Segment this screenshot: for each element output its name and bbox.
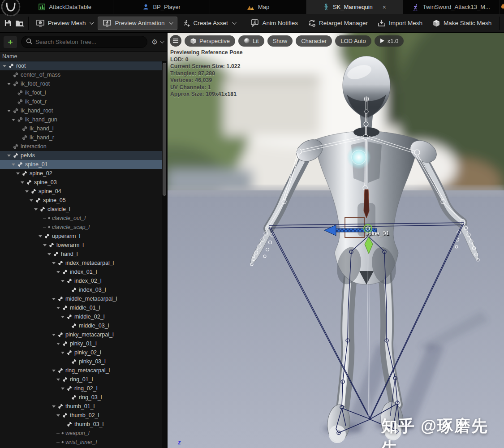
- show-button[interactable]: Show: [267, 35, 293, 47]
- expand-arrow-icon[interactable]: [56, 379, 61, 381]
- expand-arrow-icon[interactable]: [24, 190, 30, 193]
- tree-row-hand-l[interactable]: hand_l: [0, 250, 162, 258]
- tree-row-ring-metacarpal-l[interactable]: ring_metacarpal_l: [0, 366, 162, 375]
- perspective-button[interactable]: Perspective: [185, 35, 235, 47]
- expand-arrow-icon[interactable]: [56, 307, 61, 309]
- tree-row-pelvis[interactable]: pelvis: [0, 151, 162, 160]
- preview-mesh-button[interactable]: Preview Mesh: [31, 17, 98, 30]
- tree-row-index-03-l[interactable]: index_03_l: [0, 285, 162, 294]
- expand-arrow-icon[interactable]: [56, 271, 61, 273]
- tree-row-spine-05[interactable]: spine_05: [0, 196, 162, 205]
- preview-animation-button[interactable]: Preview Animation: [98, 17, 177, 30]
- tab-twinsword-attack13-m[interactable]: TwinSword_Attack13_M...: [403, 0, 500, 14]
- expand-arrow-icon[interactable]: [38, 235, 43, 237]
- tree-row-spine-02[interactable]: spine_02: [0, 169, 162, 178]
- expand-arrow-icon[interactable]: [51, 298, 56, 300]
- overflow-tab-icon[interactable]: [500, 3, 504, 11]
- close-tab-icon[interactable]: ×: [383, 4, 386, 10]
- tree-row-ik-foot-root[interactable]: ik_foot_root: [0, 79, 162, 88]
- tree-settings-button[interactable]: ⚙: [151, 38, 163, 46]
- tree-row-spine-04[interactable]: spine_04: [0, 187, 162, 196]
- add-socket-button[interactable]: +: [4, 36, 17, 48]
- tree-row-index-metacarpal-l[interactable]: index_metacarpal_l: [0, 258, 162, 267]
- expand-arrow-icon[interactable]: [60, 388, 65, 390]
- anim-notifies-button[interactable]: Anim Notifies: [246, 17, 303, 30]
- scrollbar-thumb[interactable]: [163, 63, 166, 196]
- tree-row-ring-02-l[interactable]: ring_02_l: [0, 384, 162, 393]
- tree-row-root[interactable]: root: [0, 61, 162, 70]
- tree-row-index-01-l[interactable]: index_01_l: [0, 267, 162, 276]
- tree-row-middle-01-l[interactable]: middle_01_l: [0, 303, 162, 312]
- tree-row-pinky-01-l[interactable]: pinky_01_l: [0, 339, 162, 348]
- create-asset-button[interactable]: Create Asset: [177, 17, 240, 30]
- tree-row-clavicle-out-l[interactable]: clavicle_out_l: [0, 214, 162, 223]
- tab-bp-player[interactable]: BP_Player: [113, 0, 210, 14]
- expand-arrow-icon[interactable]: [51, 370, 56, 372]
- tree-row-interaction[interactable]: interaction: [0, 142, 162, 151]
- tree-row-pinky-03-l[interactable]: pinky_03_l: [0, 357, 162, 366]
- tree-row-ring-03-l[interactable]: ring_03_l: [0, 393, 162, 402]
- expand-arrow-icon[interactable]: [6, 83, 12, 85]
- preview-viewport[interactable]: PerspectiveLitShowCharacterLOD Autox1.0 …: [168, 33, 504, 448]
- tree-scrollbar[interactable]: [162, 61, 167, 448]
- expand-arrow-icon[interactable]: [29, 199, 34, 202]
- tree-row-thumb-03-l[interactable]: thumb_03_l: [0, 420, 162, 429]
- tree-row-ik-foot-l[interactable]: ik_foot_l: [0, 88, 162, 97]
- tree-row-ik-hand-l[interactable]: ik_hand_l: [0, 124, 162, 133]
- expand-arrow-icon[interactable]: [42, 244, 47, 246]
- tree-column-header[interactable]: Name: [0, 51, 167, 61]
- tree-row-thumb-01-l[interactable]: thumb_01_l: [0, 402, 162, 411]
- tree-row-ring-01-l[interactable]: ring_01_l: [0, 375, 162, 384]
- expand-arrow-icon[interactable]: [60, 352, 65, 354]
- expand-arrow-icon[interactable]: [51, 262, 56, 264]
- tree-row-pinky-02-l[interactable]: pinky_02_l: [0, 348, 162, 357]
- tree-row-ik-foot-r[interactable]: ik_foot_r: [0, 97, 162, 106]
- playback-speed-button[interactable]: x1.0: [375, 35, 404, 47]
- tree-row-ik-hand-r[interactable]: ik_hand_r: [0, 133, 162, 142]
- expand-arrow-icon[interactable]: [33, 208, 39, 211]
- expand-arrow-icon[interactable]: [51, 405, 56, 408]
- lod-auto-button[interactable]: LOD Auto: [335, 35, 371, 47]
- tree-row-middle-metacarpal-l[interactable]: middle_metacarpal_l: [0, 294, 162, 303]
- expand-arrow-icon[interactable]: [6, 110, 12, 112]
- expand-arrow-icon[interactable]: [51, 334, 56, 336]
- expand-arrow-icon[interactable]: [60, 280, 65, 282]
- expand-arrow-icon[interactable]: [56, 414, 61, 417]
- tree-row-upperarm-l[interactable]: upperarm_l: [0, 232, 162, 241]
- expand-arrow-icon[interactable]: [56, 343, 61, 345]
- tree-row-clavicle-scap-l[interactable]: clavicle_scap_l: [0, 223, 162, 232]
- import-mesh-button[interactable]: Import Mesh: [373, 17, 427, 30]
- tab-attackdatatable[interactable]: AttackDataTable: [17, 0, 113, 14]
- tree-row-wrist-inner-l[interactable]: wrist_inner_l: [0, 438, 162, 447]
- tree-row-thumb-02-l[interactable]: thumb_02_l: [0, 411, 162, 420]
- expand-arrow-icon[interactable]: [11, 164, 16, 166]
- search-input[interactable]: [35, 39, 142, 45]
- tree-row-lowerarm-l[interactable]: lowerarm_l: [0, 241, 162, 250]
- tree-row-ik-hand-gun[interactable]: ik_hand_gun: [0, 115, 162, 124]
- expand-arrow-icon[interactable]: [11, 119, 16, 121]
- lit-mode-button[interactable]: Lit: [238, 35, 264, 47]
- expand-arrow-icon[interactable]: [15, 172, 21, 175]
- character-button[interactable]: Character: [296, 35, 332, 47]
- make-static-mesh-button[interactable]: Make Static Mesh: [427, 17, 496, 30]
- tree-row-center-of-mass[interactable]: center_of_mass: [0, 70, 162, 79]
- tree-row-pinky-metacarpal-l[interactable]: pinky_metacarpal_l: [0, 330, 162, 339]
- tree-row-middle-02-l[interactable]: middle_02_l: [0, 312, 162, 321]
- viewport-menu-button[interactable]: [170, 35, 181, 47]
- tree-row-clavicle-l[interactable]: clavicle_l: [0, 205, 162, 214]
- expand-arrow-icon[interactable]: [2, 65, 7, 67]
- tree-row-spine-03[interactable]: spine_03: [0, 178, 162, 187]
- expand-arrow-icon[interactable]: [47, 253, 52, 255]
- tree-row-spine-01[interactable]: spine_01: [0, 160, 162, 169]
- expand-arrow-icon[interactable]: [60, 316, 65, 318]
- tab-map[interactable]: Map: [210, 0, 306, 14]
- expand-arrow-icon[interactable]: [6, 155, 12, 157]
- skeleton-search-box[interactable]: [21, 36, 147, 48]
- retarget-manager-button[interactable]: Retarget Manager: [303, 17, 373, 30]
- tree-row-index-02-l[interactable]: index_02_l: [0, 276, 162, 285]
- expand-arrow-icon[interactable]: [20, 181, 25, 184]
- tree-row-middle-03-l[interactable]: middle_03_l: [0, 321, 162, 330]
- tab-sk-mannequin[interactable]: SK_Mannequin ×: [306, 0, 403, 14]
- tree-row-weapon-l[interactable]: weapon_l: [0, 429, 162, 438]
- tree-row-ik-hand-root[interactable]: ik_hand_root: [0, 106, 162, 115]
